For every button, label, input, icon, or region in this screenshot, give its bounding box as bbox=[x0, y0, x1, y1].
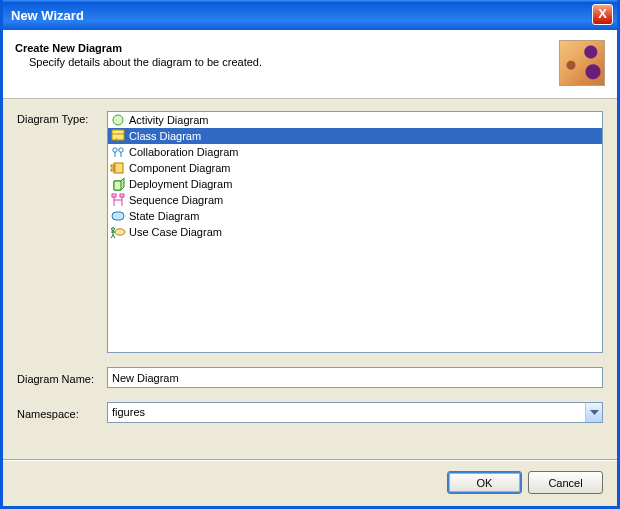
sequence-diagram-icon bbox=[110, 192, 126, 208]
close-icon: X bbox=[598, 6, 607, 21]
svg-point-4 bbox=[113, 148, 117, 152]
svg-rect-15 bbox=[120, 194, 124, 197]
ok-button[interactable]: OK bbox=[447, 471, 522, 494]
list-item-label: Collaboration Diagram bbox=[129, 146, 238, 158]
window-title: New Wizard bbox=[11, 8, 84, 23]
list-item[interactable]: Deployment Diagram bbox=[108, 176, 602, 192]
svg-point-5 bbox=[119, 148, 123, 152]
diagram-type-list[interactable]: Activity DiagramClass DiagramCollaborati… bbox=[107, 111, 603, 353]
list-item[interactable]: Activity Diagram bbox=[108, 112, 602, 128]
namespace-row: Namespace: figures bbox=[17, 402, 603, 423]
list-item[interactable]: Component Diagram bbox=[108, 160, 602, 176]
list-item-label: Use Case Diagram bbox=[129, 226, 222, 238]
svg-rect-19 bbox=[112, 212, 124, 220]
namespace-combo[interactable]: figures bbox=[107, 402, 603, 423]
namespace-value: figures bbox=[108, 403, 585, 422]
banner: Create New Diagram Specify details about… bbox=[3, 30, 617, 99]
list-item-label: State Diagram bbox=[129, 210, 199, 222]
list-item-label: Class Diagram bbox=[129, 130, 201, 142]
diagram-name-input[interactable] bbox=[107, 367, 603, 388]
banner-text: Create New Diagram Specify details about… bbox=[15, 40, 262, 68]
namespace-label: Namespace: bbox=[17, 406, 101, 420]
svg-point-0 bbox=[113, 115, 123, 125]
list-item[interactable]: Class Diagram bbox=[108, 128, 602, 144]
diagram-name-label: Diagram Name: bbox=[17, 371, 101, 385]
cancel-button[interactable]: Cancel bbox=[528, 471, 603, 494]
window-frame: New Wizard X Create New Diagram Specify … bbox=[0, 0, 620, 509]
svg-rect-9 bbox=[111, 165, 115, 167]
svg-rect-10 bbox=[111, 169, 115, 171]
content-area: Diagram Type: Activity DiagramClass Diag… bbox=[3, 99, 617, 459]
banner-subtitle: Specify details about the diagram to be … bbox=[29, 56, 262, 68]
diagram-type-row: Diagram Type: Activity DiagramClass Diag… bbox=[17, 111, 603, 353]
state-diagram-icon bbox=[110, 208, 126, 224]
titlebar[interactable]: New Wizard X bbox=[3, 0, 617, 30]
svg-rect-1 bbox=[112, 130, 124, 140]
list-item[interactable]: Sequence Diagram bbox=[108, 192, 602, 208]
deployment-diagram-icon bbox=[110, 176, 126, 192]
class-diagram-icon bbox=[110, 128, 126, 144]
button-row: OK Cancel bbox=[3, 461, 617, 506]
diagram-name-row: Diagram Name: bbox=[17, 367, 603, 388]
svg-point-20 bbox=[115, 229, 125, 235]
banner-title: Create New Diagram bbox=[15, 42, 262, 54]
banner-image bbox=[559, 40, 605, 86]
svg-marker-12 bbox=[114, 181, 121, 190]
svg-marker-26 bbox=[590, 410, 599, 415]
list-item-label: Component Diagram bbox=[129, 162, 231, 174]
namespace-dropdown-button[interactable] bbox=[585, 403, 602, 422]
list-item[interactable]: State Diagram bbox=[108, 208, 602, 224]
component-diagram-icon bbox=[110, 160, 126, 176]
activity-diagram-icon bbox=[110, 112, 126, 128]
collaboration-diagram-icon bbox=[110, 144, 126, 160]
list-item-label: Activity Diagram bbox=[129, 114, 208, 126]
list-item[interactable]: Collaboration Diagram bbox=[108, 144, 602, 160]
list-item[interactable]: Use Case Diagram bbox=[108, 224, 602, 240]
svg-point-21 bbox=[112, 228, 115, 231]
close-button[interactable]: X bbox=[592, 4, 613, 25]
chevron-down-icon bbox=[590, 410, 599, 416]
svg-line-25 bbox=[113, 235, 115, 238]
diagram-type-label: Diagram Type: bbox=[17, 111, 101, 125]
list-item-label: Sequence Diagram bbox=[129, 194, 223, 206]
usecase-diagram-icon bbox=[110, 224, 126, 240]
svg-rect-14 bbox=[112, 194, 116, 197]
list-item-label: Deployment Diagram bbox=[129, 178, 232, 190]
